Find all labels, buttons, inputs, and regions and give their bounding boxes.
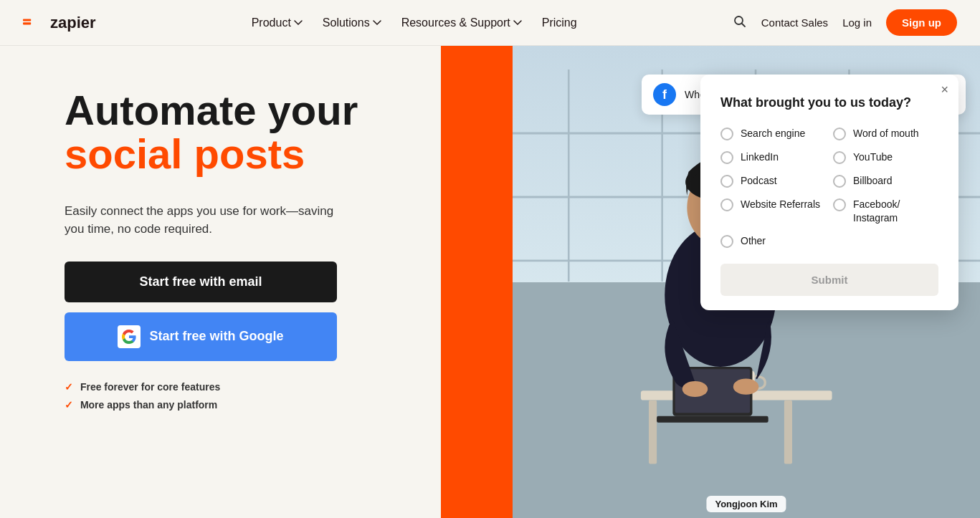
modal-close-button[interactable]: × [941,83,948,96]
svg-rect-1 [23,22,31,24]
nav-solutions[interactable]: Solutions [323,16,381,29]
modal-options: Search engineWord of mouthLinkedInYouTub… [720,127,938,247]
contact-sales-link[interactable]: Contact Sales [761,16,828,29]
nav-links: Product Solutions Resources & Support Pr… [252,16,577,29]
option-facebook-instagram[interactable]: Facebook/ Instagram [833,198,938,224]
radio-facebook-instagram [833,198,846,211]
option-word-of-mouth[interactable]: Word of mouth [833,127,938,140]
feature-1: ✓ Free forever for core features [65,378,405,396]
nav-right: Contact Sales Log in Sign up [733,9,957,36]
svg-rect-11 [649,401,657,464]
survey-modal: × What brought you to us today? Search e… [700,75,958,310]
option-billboard[interactable]: Billboard [833,174,938,188]
svg-rect-12 [784,401,792,464]
option-website-referrals[interactable]: Website Referrals [720,198,826,224]
radio-search-engine [720,128,733,140]
svg-point-2 [735,16,743,24]
chevron-down-icon [513,19,522,27]
modal-title: What brought you to us today? [720,95,938,111]
right-panel: Yongjoon Kim f When I get a new lead × W… [441,46,980,518]
logo-icon [23,14,46,32]
radio-podcast [720,175,733,188]
option-other[interactable]: Other [720,234,826,248]
main-content: Automate your social posts Easily connec… [0,46,980,518]
svg-rect-0 [23,19,31,21]
google-icon [118,325,141,348]
radio-other [720,235,733,248]
checkmark-icon: ✓ [65,399,73,411]
logo-text: zapier [50,14,96,32]
start-google-button[interactable]: Start free with Google [65,312,337,361]
radio-billboard [833,175,846,188]
checkmark-icon: ✓ [65,381,73,393]
svg-point-22 [733,379,759,395]
nav-product[interactable]: Product [252,16,303,29]
hero-title: Automate your social posts [65,89,405,176]
feature-2: ✓ More apps than any platform [65,396,405,414]
person-name: Yongjoon Kim [706,496,786,512]
option-search-engine[interactable]: Search engine [720,127,826,140]
svg-point-21 [682,381,708,397]
chevron-down-icon [373,19,381,27]
radio-linkedin [720,151,733,164]
radio-website-referrals [720,198,733,211]
option-youtube[interactable]: YouTube [833,150,938,164]
nav-resources[interactable]: Resources & Support [401,16,522,29]
option-linkedin[interactable]: LinkedIn [720,150,826,164]
radio-word-of-mouth [833,128,846,140]
facebook-icon: f [653,83,676,106]
login-link[interactable]: Log in [842,16,872,29]
hero-subtitle: Easily connect the apps you use for work… [65,202,351,239]
option-podcast[interactable]: Podcast [720,174,826,188]
features-list: ✓ Free forever for core features ✓ More … [65,378,405,414]
radio-youtube [833,151,846,164]
modal-submit-button[interactable]: Submit [720,264,938,296]
svg-rect-16 [657,416,769,423]
nav-pricing[interactable]: Pricing [542,16,577,29]
search-icon[interactable] [733,14,747,32]
signup-button[interactable]: Sign up [886,9,957,36]
chevron-down-icon [294,19,303,27]
navigation: zapier Product Solutions Resources & Sup… [0,0,980,46]
start-email-button[interactable]: Start free with email [65,262,337,302]
logo[interactable]: zapier [23,14,96,32]
left-panel: Automate your social posts Easily connec… [0,46,441,518]
